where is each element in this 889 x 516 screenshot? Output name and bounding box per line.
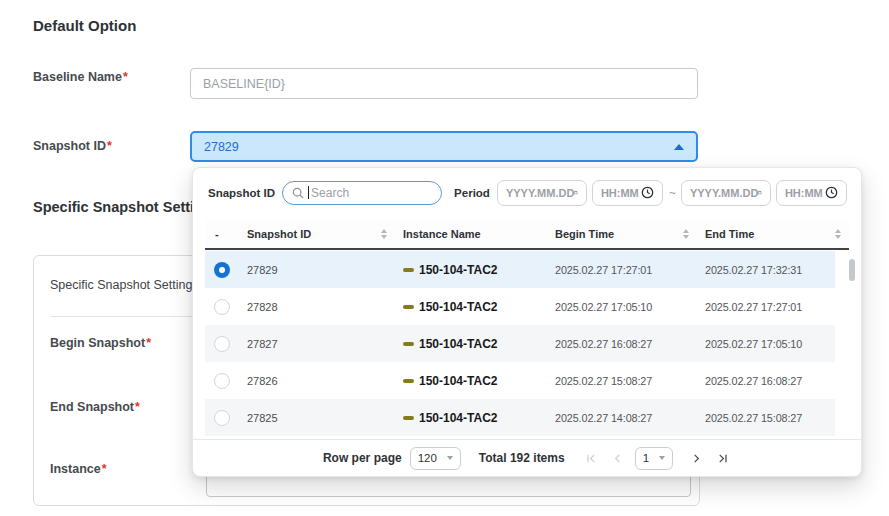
column-header-end-time[interactable]: End Time xyxy=(697,228,849,240)
column-header-begin-time[interactable]: Begin Time xyxy=(547,228,697,240)
snapshot-table-body: 27829 150-104-TAC2 2025.02.27 17:27:01 2… xyxy=(205,251,835,436)
cell-instance-name-text: 150-104-TAC2 xyxy=(419,411,497,425)
chevron-right-icon xyxy=(691,453,702,464)
cell-instance-name: 150-104-TAC2 xyxy=(395,337,547,351)
last-page-icon xyxy=(717,453,728,464)
rows-per-page-label: Row per page xyxy=(323,451,402,465)
rows-per-page-value: 120 xyxy=(418,452,437,464)
cell-instance-name: 150-104-TAC2 xyxy=(395,411,547,425)
table-row[interactable]: 27826 150-104-TAC2 2025.02.27 15:08:27 2… xyxy=(205,362,835,399)
next-page-button[interactable] xyxy=(687,449,705,467)
snapshot-id-select[interactable]: 27829 xyxy=(190,131,698,162)
start-date-placeholder: YYYY.MM.DD xyxy=(506,187,574,199)
column-header-select: - xyxy=(205,228,239,240)
chevron-up-icon xyxy=(674,144,684,150)
cell-instance-name: 150-104-TAC2 xyxy=(395,263,547,277)
search-icon xyxy=(292,187,304,199)
radio-unselected-icon[interactable] xyxy=(214,299,230,315)
sort-icon[interactable] xyxy=(381,229,387,239)
page-title: Default Option xyxy=(33,17,136,34)
first-page-button[interactable] xyxy=(583,449,601,467)
cell-end-time: 2025.02.27 15:08:27 xyxy=(697,412,835,424)
end-time-placeholder: HH:MM xyxy=(785,187,823,199)
period-start-time-input[interactable]: HH:MM xyxy=(592,180,663,206)
cell-instance-name-text: 150-104-TAC2 xyxy=(419,300,497,314)
rows-per-page-select[interactable]: 120 xyxy=(410,447,461,470)
required-asterisk: * xyxy=(107,139,112,153)
period-label: Period xyxy=(454,187,490,199)
cell-begin-time: 2025.02.27 15:08:27 xyxy=(547,375,697,387)
radio-unselected-icon[interactable] xyxy=(214,410,230,426)
baseline-name-input[interactable]: BASELINE{ID} xyxy=(190,68,698,99)
cell-snapshot-id: 27826 xyxy=(239,375,395,387)
total-items-text: Total 192 items xyxy=(479,451,565,465)
period-end-date-input[interactable]: YYYY.MM.DD xyxy=(681,180,771,206)
snapshot-id-label-text: Snapshot ID xyxy=(33,139,106,153)
clock-icon xyxy=(641,186,654,199)
dropdown-filter-bar: Snapshot ID Search Period YYYY.MM.DD HH:… xyxy=(208,179,851,206)
sort-icon[interactable] xyxy=(683,229,689,239)
chevron-down-icon xyxy=(659,456,665,460)
page-number-value: 1 xyxy=(643,452,649,464)
cell-snapshot-id: 27825 xyxy=(239,412,395,424)
snapshot-id-label: Snapshot ID* xyxy=(33,139,112,153)
chevron-left-icon xyxy=(612,453,623,464)
instance-icon xyxy=(403,416,414,420)
cell-end-time: 2025.02.27 17:32:31 xyxy=(697,264,835,276)
cell-begin-time: 2025.02.27 17:27:01 xyxy=(547,264,697,276)
first-page-icon xyxy=(586,453,597,464)
cell-snapshot-id: 27829 xyxy=(239,264,395,276)
cell-begin-time: 2025.02.27 17:05:10 xyxy=(547,301,697,313)
page-number-select[interactable]: 1 xyxy=(635,447,673,470)
baseline-name-label-text: Baseline Name xyxy=(33,70,122,84)
calendar-icon xyxy=(758,186,762,199)
cell-instance-name-text: 150-104-TAC2 xyxy=(419,374,497,388)
start-time-placeholder: HH:MM xyxy=(601,187,639,199)
period-end-time-input[interactable]: HH:MM xyxy=(776,180,847,206)
filter-snapshot-id-label: Snapshot ID xyxy=(208,187,275,199)
snapshot-search-input[interactable]: Search xyxy=(282,181,442,205)
table-row[interactable]: 27828 150-104-TAC2 2025.02.27 17:05:10 2… xyxy=(205,288,835,325)
previous-page-button[interactable] xyxy=(609,449,627,467)
snapshot-table-header: - Snapshot ID Instance Name Begin Time E… xyxy=(205,219,849,250)
radio-unselected-icon[interactable] xyxy=(214,336,230,352)
radio-selected-icon[interactable] xyxy=(214,262,230,278)
cell-instance-name-text: 150-104-TAC2 xyxy=(419,263,497,277)
cell-snapshot-id: 27828 xyxy=(239,301,395,313)
column-header-begin-time-text: Begin Time xyxy=(555,228,614,240)
instance-label-text: Instance xyxy=(50,462,101,476)
begin-snapshot-label: Begin Snapshot* xyxy=(50,336,151,350)
column-header-snapshot-id[interactable]: Snapshot ID xyxy=(239,228,395,240)
period-start-date-input[interactable]: YYYY.MM.DD xyxy=(497,180,587,206)
column-header-instance-name-text: Instance Name xyxy=(403,228,481,240)
end-date-placeholder: YYYY.MM.DD xyxy=(690,187,758,199)
sort-icon[interactable] xyxy=(835,229,841,239)
dropdown-footer: Row per page 120 Total 192 items 1 xyxy=(193,439,861,476)
table-row[interactable]: 27825 150-104-TAC2 2025.02.27 14:08:27 2… xyxy=(205,399,835,436)
instance-icon xyxy=(403,305,414,309)
clock-icon xyxy=(825,186,838,199)
specific-settings-card-title: Specific Snapshot Settings xyxy=(50,278,199,292)
baseline-name-placeholder: BASELINE{ID} xyxy=(203,77,285,91)
cell-instance-name-text: 150-104-TAC2 xyxy=(419,337,497,351)
instance-icon xyxy=(403,379,414,383)
cell-end-time: 2025.02.27 17:27:01 xyxy=(697,301,835,313)
cell-begin-time: 2025.02.27 14:08:27 xyxy=(547,412,697,424)
end-snapshot-label-text: End Snapshot xyxy=(50,400,134,414)
cell-instance-name: 150-104-TAC2 xyxy=(395,374,547,388)
column-header-snapshot-id-text: Snapshot ID xyxy=(247,228,311,240)
instance-icon xyxy=(403,268,414,272)
instance-label: Instance* xyxy=(50,462,107,476)
radio-unselected-icon[interactable] xyxy=(214,373,230,389)
search-placeholder: Search xyxy=(311,186,349,200)
required-asterisk: * xyxy=(146,336,151,350)
vertical-scrollbar[interactable] xyxy=(849,259,855,281)
table-row[interactable]: 27829 150-104-TAC2 2025.02.27 17:27:01 2… xyxy=(205,251,835,288)
instance-icon xyxy=(403,342,414,346)
snapshot-id-selected-value: 27829 xyxy=(204,140,239,154)
table-row[interactable]: 27827 150-104-TAC2 2025.02.27 16:08:27 2… xyxy=(205,325,835,362)
required-asterisk: * xyxy=(102,462,107,476)
column-header-instance-name: Instance Name xyxy=(395,228,547,240)
last-page-button[interactable] xyxy=(713,449,731,467)
range-separator: ~ xyxy=(669,186,676,200)
